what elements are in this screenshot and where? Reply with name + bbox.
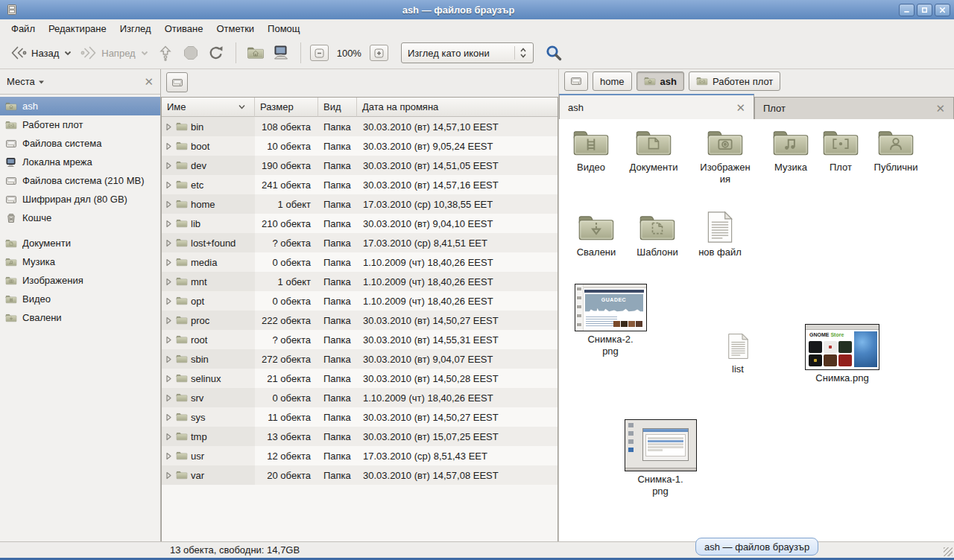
expander-icon[interactable] <box>165 375 173 383</box>
column-header-date[interactable]: Дата на промяна <box>357 98 557 117</box>
expander-icon[interactable] <box>165 200 173 209</box>
zoom-in-button[interactable] <box>370 45 388 61</box>
stop-button[interactable] <box>178 41 203 65</box>
column-header-type[interactable]: Вид <box>318 98 357 117</box>
expander-icon[interactable] <box>165 413 173 421</box>
column-header-name[interactable]: Име <box>162 98 255 117</box>
view-mode-select[interactable]: Изглед като икони <box>401 42 534 63</box>
forward-button[interactable]: Напред <box>76 41 152 65</box>
pathbar-button-root[interactable] <box>564 71 588 91</box>
table-row[interactable]: sbin272 обектаПапка30.03.2010 (вт) 9,04,… <box>162 349 557 369</box>
expander-icon[interactable] <box>165 123 173 131</box>
forward-history-chevron-icon[interactable] <box>140 48 149 57</box>
pathbar-button-ash[interactable]: ash <box>636 71 684 91</box>
table-row[interactable]: selinux21 обектаПапка30.03.2010 (вт) 14,… <box>162 369 557 388</box>
menu-item-Редактиране[interactable]: Редактиране <box>42 21 113 36</box>
expander-icon[interactable] <box>165 239 173 247</box>
tab-ash[interactable]: ash✕ <box>559 94 754 119</box>
reload-button[interactable] <box>203 41 229 65</box>
downloads-folder-icon <box>577 211 616 244</box>
sidebar-item-Видео[interactable]: Видео <box>0 290 160 308</box>
sidebar-item-Документи[interactable]: Документи <box>0 234 160 252</box>
sidebar-item-Работен плот[interactable]: Работен плот <box>0 115 160 134</box>
table-row[interactable]: bin108 обектаПапка30.03.2010 (вт) 14,57,… <box>162 117 557 136</box>
table-row[interactable]: srv0 обектаПапка1.10.2009 (чт) 18,40,26 … <box>162 388 557 407</box>
sidebar-item-Кошче[interactable]: Кошче <box>0 209 160 227</box>
icon-view-item-Публични[interactable]: Публични <box>857 127 935 174</box>
menu-item-Помощ[interactable]: Помощ <box>261 21 306 36</box>
menu-item-Отметки[interactable]: Отметки <box>209 21 261 36</box>
file-type: Папка <box>318 276 357 287</box>
home-button[interactable] <box>243 41 268 65</box>
file-date: 30.03.2010 (вт) 9,04,10 EEST <box>357 218 557 229</box>
sidebar-item-Файлова система[interactable]: Файлова система <box>0 134 160 153</box>
table-row[interactable]: root? обектаПапка30.03.2010 (вт) 14,55,3… <box>162 330 557 349</box>
icon-view-item-Документи[interactable]: Документи <box>615 127 692 174</box>
tab-Плот[interactable]: Плот✕ <box>754 97 954 119</box>
expander-icon[interactable] <box>165 355 173 363</box>
table-row[interactable]: var20 обектаПапка30.03.2010 (вт) 14,57,0… <box>162 465 557 485</box>
table-row[interactable]: sys11 обектаПапка30.03.2010 (вт) 14,50,2… <box>162 407 557 427</box>
expander-icon[interactable] <box>165 336 173 344</box>
table-row[interactable]: home1 обектПапка17.03.2010 (ср) 10,38,55… <box>162 194 557 214</box>
table-row[interactable]: lib210 обектаПапка30.03.2010 (вт) 9,04,1… <box>162 214 557 233</box>
sidebar-item-ash[interactable]: ash <box>0 97 160 115</box>
icon-view-item-Снимка-1.-png[interactable]: Снимка-1. png <box>622 419 699 497</box>
expander-icon[interactable] <box>165 162 173 170</box>
computer-button[interactable] <box>268 41 294 65</box>
table-row[interactable]: etc241 обектаПапка30.03.2010 (вт) 14,57,… <box>162 175 557 194</box>
minimize-button[interactable] <box>899 4 914 16</box>
expander-icon[interactable] <box>165 433 173 441</box>
expander-icon[interactable] <box>165 142 173 150</box>
table-row[interactable]: tmp13 обектаПапка30.03.2010 (вт) 15,07,2… <box>162 427 557 446</box>
root-location-button[interactable] <box>166 72 188 92</box>
menu-item-Отиване[interactable]: Отиване <box>158 21 210 36</box>
table-row[interactable]: lost+found? обектаПапка17.03.2010 (ср) 8… <box>162 233 557 252</box>
table-row[interactable]: boot10 обектаПапка30.03.2010 (вт) 9,05,2… <box>162 136 557 156</box>
table-row[interactable]: dev190 обектаПапка30.03.2010 (вт) 14,51,… <box>162 156 557 175</box>
sidebar-item-Файлова система (210 MB)[interactable]: Файлова система (210 MB) <box>0 171 160 190</box>
sidebar-title[interactable]: Места <box>7 76 35 87</box>
expander-icon[interactable] <box>165 471 173 480</box>
tab-close-icon[interactable]: ✕ <box>736 102 745 113</box>
tab-close-icon[interactable]: ✕ <box>935 103 945 114</box>
expander-icon[interactable] <box>165 394 173 402</box>
expander-icon[interactable] <box>165 452 173 460</box>
search-button[interactable] <box>543 42 565 64</box>
expander-icon[interactable] <box>165 278 173 286</box>
icon-view-item-list[interactable]: list <box>699 331 777 375</box>
table-row[interactable]: opt0 обектаПапка1.10.2009 (чт) 18,40,26 … <box>162 291 557 311</box>
expander-icon[interactable] <box>165 181 173 189</box>
table-row[interactable]: media0 обектаПапка1.10.2009 (чт) 18,40,2… <box>162 252 557 272</box>
resize-grip[interactable] <box>944 547 953 556</box>
sidebar-close-icon[interactable]: ✕ <box>144 76 154 87</box>
table-row[interactable]: mnt1 обектПапка1.10.2009 (чт) 18,40,26 E… <box>162 272 557 291</box>
pathbar-button-home[interactable]: home <box>593 71 632 91</box>
sidebar-item-Шифриран дял (80 GB)[interactable]: Шифриран дял (80 GB) <box>0 190 160 209</box>
sidebar-item-Изображения[interactable]: Изображения <box>0 271 160 290</box>
icon-view-item-Снимка.png[interactable]: GNOME Store Снимка.png <box>803 324 881 384</box>
expander-icon[interactable] <box>165 258 173 267</box>
sidebar-item-Свалени[interactable]: Свалени <box>0 308 160 327</box>
zoom-out-button[interactable] <box>310 45 329 61</box>
expander-icon[interactable] <box>165 220 173 228</box>
maximize-button[interactable] <box>917 4 932 16</box>
expander-icon[interactable] <box>165 316 173 325</box>
close-button[interactable] <box>935 4 950 16</box>
table-row[interactable]: proc222 обектаПапка30.03.2010 (вт) 14,50… <box>162 311 557 330</box>
sidebar-item-Локална мрежа[interactable]: Локална мрежа <box>0 153 160 171</box>
icon-view-item-Снимка-2.-png[interactable]: GUADEC Снимка-2. png <box>572 284 649 357</box>
back-button[interactable]: Назад <box>6 41 76 65</box>
icon-view-item-нов-файл[interactable]: нов файл <box>681 210 759 258</box>
places-sidebar: Места ✕ ash Работен плотФайлова системаЛ… <box>0 69 161 541</box>
expander-icon[interactable] <box>165 297 173 305</box>
menu-item-Изглед[interactable]: Изглед <box>113 21 158 36</box>
column-header-size[interactable]: Размер <box>255 98 318 117</box>
sidebar-item-Музика[interactable]: Музика <box>0 252 160 271</box>
back-history-chevron-icon[interactable] <box>63 48 72 57</box>
pathbar-button-Работен плот[interactable]: Работен плот <box>689 71 780 91</box>
chevron-down-icon[interactable] <box>37 78 45 86</box>
menu-item-Файл[interactable]: Файл <box>4 21 42 36</box>
table-row[interactable]: usr12 обектаПапка17.03.2010 (ср) 8,51,43… <box>162 446 557 465</box>
up-button[interactable] <box>153 41 178 65</box>
